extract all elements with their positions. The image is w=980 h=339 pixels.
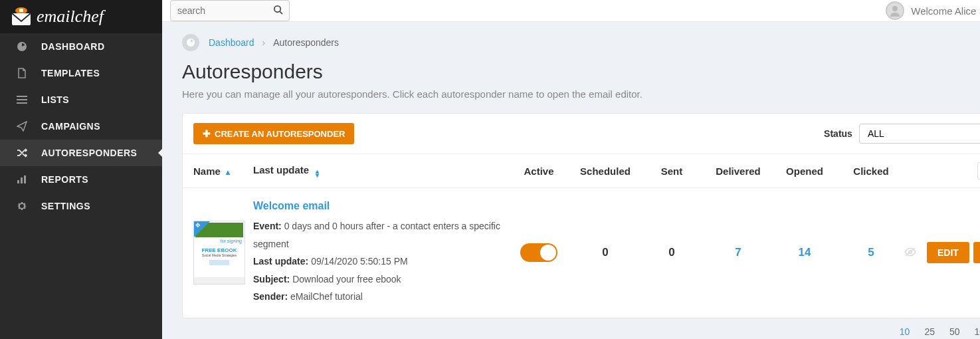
sidebar: emailchef DASHBOARD TEMPLATES LISTS CAMP… <box>0 0 162 339</box>
svg-rect-7 <box>21 177 23 183</box>
create-label: CREATE AN AUTORESPONDER <box>215 129 345 139</box>
shuffle-icon <box>15 148 29 158</box>
delivered-value[interactable]: 7 <box>735 246 741 259</box>
page-size-10[interactable]: 10 <box>900 326 910 337</box>
opened-value[interactable]: 14 <box>799 246 811 259</box>
avatar <box>886 1 904 20</box>
file-icon <box>15 68 29 78</box>
search-input[interactable] <box>170 0 290 21</box>
logo[interactable]: emailchef <box>0 0 162 33</box>
page-size-50[interactable]: 50 <box>949 326 960 337</box>
sidebar-item-reports[interactable]: REPORTS <box>0 166 162 193</box>
active-toggle[interactable] <box>520 243 557 262</box>
scheduled-value: 0 <box>602 246 608 259</box>
dashboard-icon <box>15 41 29 52</box>
svg-point-9 <box>274 6 280 12</box>
gear-icon <box>15 201 29 211</box>
sent-value: 0 <box>668 246 674 259</box>
create-autoresponder-button[interactable]: ✚ CREATE AN AUTORESPONDER <box>193 123 354 144</box>
send-icon <box>15 121 29 132</box>
col-clicked: Clicked <box>838 166 904 177</box>
dashboard-icon <box>182 34 199 51</box>
sort-icon[interactable]: ▴▾ <box>316 170 319 177</box>
nav-menu: DASHBOARD TEMPLATES LISTS CAMPAIGNS AUTO… <box>0 33 162 219</box>
logo-icon <box>10 7 33 27</box>
table-header: Name ▴ Last update ▴▾ Active Scheduled S… <box>183 154 980 188</box>
svg-point-10 <box>892 6 898 11</box>
col-opened: Opened <box>771 166 838 177</box>
topbar: Welcome Alice Smith <box>162 0 980 22</box>
list-icon <box>15 95 29 104</box>
nav-label: LISTS <box>41 94 69 105</box>
svg-rect-8 <box>24 175 26 183</box>
eye-off-icon[interactable] <box>904 247 916 259</box>
nav-label: DASHBOARD <box>41 41 105 52</box>
svg-rect-3 <box>17 96 27 97</box>
visibility-toggle-button[interactable] <box>977 162 980 179</box>
event-value: 0 days and 0 hours after - a contact ent… <box>253 221 500 249</box>
plus-icon: ✚ <box>203 128 211 139</box>
breadcrumb-current: Autoresponders <box>273 37 339 48</box>
subject-value: Download your free ebook <box>292 274 401 284</box>
sidebar-item-dashboard[interactable]: DASHBOARD <box>0 33 162 60</box>
breadcrumb-home[interactable]: Dashboard <box>209 37 254 48</box>
sidebar-item-autoresponders[interactable]: AUTORESPONDERS <box>0 140 162 166</box>
pagination: 10 25 50 100 <box>182 318 980 337</box>
brand-text: emailchef <box>37 7 104 27</box>
search-icon[interactable] <box>273 5 283 17</box>
page-size-25[interactable]: 25 <box>924 326 935 337</box>
chevron-right-icon: › <box>262 37 266 48</box>
nav-label: TEMPLATES <box>41 68 100 78</box>
sidebar-item-lists[interactable]: LISTS <box>0 86 162 113</box>
col-scheduled: Scheduled <box>572 166 638 177</box>
chart-icon <box>15 175 29 184</box>
col-last-update[interactable]: Last update <box>253 164 309 175</box>
sidebar-item-settings[interactable]: SETTINGS <box>0 193 162 219</box>
clicked-value[interactable]: 5 <box>868 246 874 259</box>
col-active: Active <box>506 166 572 177</box>
page-title: Autoresponders <box>182 60 980 83</box>
nav-label: AUTORESPONDERS <box>41 148 137 158</box>
email-thumbnail[interactable]: ✥ for signing FREE EBOOK Social Media St… <box>193 221 245 284</box>
sender-value: eMailChef tutorial <box>290 291 363 302</box>
svg-rect-1 <box>19 9 23 12</box>
page-description: Here you can manage all your autorespond… <box>182 88 980 100</box>
autoresponders-panel: ✚ CREATE AN AUTORESPONDER Status ALL <box>182 113 980 318</box>
user-menu[interactable]: Welcome Alice Smith <box>886 1 980 20</box>
sort-asc-icon[interactable]: ▴ <box>226 168 230 177</box>
svg-rect-6 <box>17 180 19 183</box>
autoresponder-name-link[interactable]: Welcome email <box>253 200 330 212</box>
status-label: Status <box>824 128 852 139</box>
col-delivered: Delivered <box>705 166 771 177</box>
col-sent: Sent <box>638 166 705 177</box>
breadcrumb: Dashboard › Autoresponders <box>182 34 980 51</box>
table-row: ✥ for signing FREE EBOOK Social Media St… <box>183 188 980 318</box>
svg-rect-5 <box>17 102 27 104</box>
user-greeting: Welcome Alice Smith <box>911 5 980 17</box>
svg-rect-4 <box>17 99 27 100</box>
sidebar-item-templates[interactable]: TEMPLATES <box>0 60 162 86</box>
edit-button[interactable]: EDIT <box>927 242 969 263</box>
nav-label: SETTINGS <box>41 201 90 211</box>
page-size-100[interactable]: 100 <box>975 326 980 337</box>
edit-dropdown-button[interactable] <box>973 242 980 263</box>
sidebar-item-campaigns[interactable]: CAMPAIGNS <box>0 113 162 140</box>
status-select[interactable]: ALL <box>859 124 980 144</box>
lastupdate-value: 09/14/2020 5:50:15 PM <box>311 256 408 267</box>
nav-label: REPORTS <box>41 174 88 185</box>
move-icon: ✥ <box>195 222 201 229</box>
col-name[interactable]: Name <box>193 166 221 177</box>
nav-label: CAMPAIGNS <box>41 121 100 132</box>
